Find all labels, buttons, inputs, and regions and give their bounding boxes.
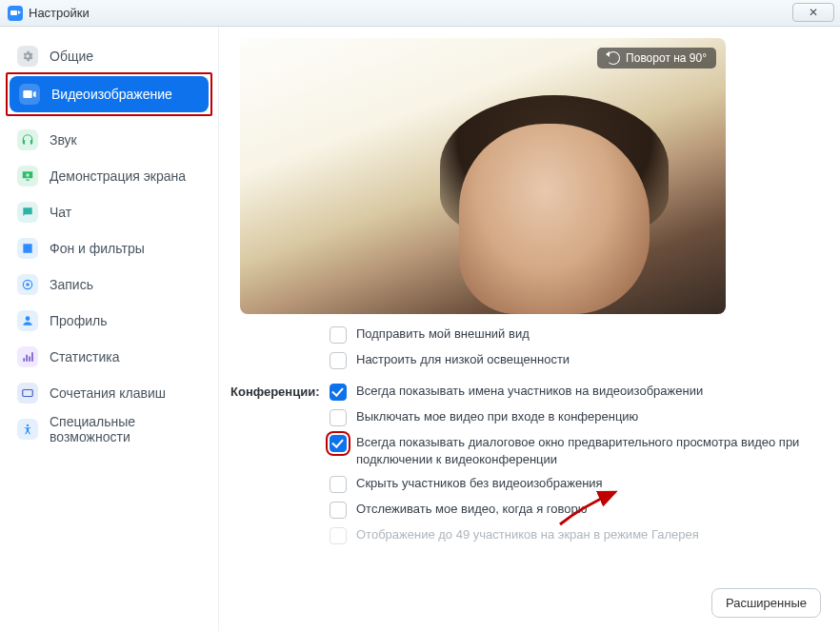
preview-figure bbox=[459, 124, 650, 314]
meetings-options: Конференции: Всегда показывать имена уча… bbox=[230, 383, 821, 544]
option-label: Настроить для низкой освещенности bbox=[356, 351, 570, 368]
svg-rect-3 bbox=[23, 390, 33, 397]
option-touch-up[interactable]: Подправить мой внешний вид bbox=[330, 325, 821, 344]
rotate-90-button[interactable]: Поворот на 90° bbox=[597, 48, 716, 69]
profile-icon bbox=[17, 310, 38, 331]
sidebar-item-profile[interactable]: Профиль bbox=[8, 303, 210, 339]
sidebar-item-chat[interactable]: Чат bbox=[8, 194, 210, 230]
svg-point-2 bbox=[26, 316, 30, 321]
option-spotlight[interactable]: Отслеживать мое видео, когда я говорю bbox=[330, 501, 821, 519]
option-label: Скрыть участников без видеоизображения bbox=[356, 475, 603, 492]
sidebar-item-accessibility[interactable]: Специальные возможности bbox=[8, 411, 210, 447]
sidebar-item-label: Сочетания клавиш bbox=[50, 385, 166, 401]
sidebar-item-audio[interactable]: Звук bbox=[8, 122, 210, 158]
keyboard-icon bbox=[17, 383, 38, 404]
record-icon bbox=[17, 274, 38, 295]
close-button[interactable]: ✕ bbox=[792, 3, 834, 22]
video-icon bbox=[19, 84, 40, 105]
gear-icon bbox=[17, 46, 38, 67]
svg-point-1 bbox=[26, 283, 30, 286]
option-turn-off-video[interactable]: Выключать мое видео при входе в конферен… bbox=[330, 408, 821, 426]
sidebar-item-shortcuts[interactable]: Сочетания клавиш bbox=[8, 375, 210, 411]
sidebar-item-label: Звук bbox=[50, 132, 77, 148]
svg-point-4 bbox=[27, 424, 29, 426]
sidebar-item-label: Профиль bbox=[50, 313, 107, 328]
checkbox[interactable] bbox=[330, 326, 347, 344]
video-preview: Поворот на 90° bbox=[240, 38, 726, 314]
content-pane: Поворот на 90° Подправить мой внешний ви… bbox=[219, 27, 840, 631]
option-show-names[interactable]: Всегда показывать имена участников на ви… bbox=[330, 383, 821, 401]
sidebar-item-statistics[interactable]: Статистика bbox=[8, 339, 210, 375]
zoom-app-icon bbox=[8, 6, 23, 21]
checkbox[interactable] bbox=[330, 409, 347, 426]
sidebar-item-general[interactable]: Общие bbox=[8, 38, 210, 74]
option-label: Подправить мой внешний вид bbox=[356, 325, 530, 343]
advanced-button[interactable]: Расширенные bbox=[711, 588, 821, 618]
screen-share-icon bbox=[17, 166, 38, 187]
accessibility-icon bbox=[17, 419, 38, 440]
window-body: Общие Видеоизображение Звук Демонстрация… bbox=[0, 27, 840, 631]
checkbox[interactable] bbox=[330, 352, 347, 369]
highlight-annotation: Видеоизображение bbox=[6, 72, 212, 116]
checkbox[interactable] bbox=[330, 384, 347, 401]
statistics-icon bbox=[17, 346, 38, 367]
options-column: Всегда показывать имена участников на ви… bbox=[330, 383, 821, 544]
option-hide-non-video[interactable]: Скрыть участников без видеоизображения bbox=[330, 475, 821, 493]
checkbox[interactable] bbox=[330, 476, 347, 493]
option-gallery-49: Отображение до 49 участников на экран в … bbox=[330, 526, 821, 544]
sidebar: Общие Видеоизображение Звук Демонстрация… bbox=[0, 27, 219, 631]
section-label-meetings: Конференции: bbox=[230, 383, 316, 544]
sidebar-item-label: Запись bbox=[50, 277, 93, 292]
my-video-options: Подправить мой внешний вид Настроить для… bbox=[230, 325, 821, 369]
option-preview-dialog[interactable]: Всегда показывать диалоговое окно предва… bbox=[330, 434, 821, 467]
options-column: Подправить мой внешний вид Настроить для… bbox=[330, 325, 821, 369]
sidebar-item-label: Общие bbox=[50, 49, 93, 64]
spacer bbox=[230, 325, 316, 369]
titlebar: Настройки ✕ bbox=[0, 0, 840, 27]
option-label: Отображение до 49 участников на экран в … bbox=[356, 526, 699, 543]
rotate-label: Поворот на 90° bbox=[626, 51, 707, 65]
option-label: Отслеживать мое видео, когда я говорю bbox=[356, 501, 588, 518]
sidebar-item-share-screen[interactable]: Демонстрация экрана bbox=[8, 158, 210, 194]
sidebar-item-label: Чат bbox=[50, 205, 71, 220]
sidebar-item-label: Фон и фильтры bbox=[50, 241, 145, 256]
option-label: Выключать мое видео при входе в конферен… bbox=[356, 408, 638, 425]
checkbox bbox=[330, 527, 347, 544]
sidebar-item-label: Видеоизображение bbox=[51, 87, 172, 102]
rotate-icon bbox=[607, 51, 620, 65]
sidebar-item-label: Специальные возможности bbox=[50, 414, 201, 444]
checkbox[interactable] bbox=[330, 435, 347, 452]
sidebar-item-background[interactable]: Фон и фильтры bbox=[8, 230, 210, 266]
checkbox[interactable] bbox=[330, 502, 347, 519]
sidebar-item-recording[interactable]: Запись bbox=[8, 266, 210, 303]
option-label: Всегда показывать имена участников на ви… bbox=[356, 383, 703, 400]
option-label: Всегда показывать диалоговое окно предва… bbox=[356, 434, 821, 467]
window-title: Настройки bbox=[29, 6, 90, 20]
background-icon bbox=[17, 238, 38, 259]
headphones-icon bbox=[17, 129, 38, 150]
option-low-light[interactable]: Настроить для низкой освещенности bbox=[330, 351, 821, 369]
chat-icon bbox=[17, 202, 38, 223]
sidebar-item-label: Статистика bbox=[50, 349, 120, 365]
sidebar-item-video[interactable]: Видеоизображение bbox=[10, 76, 209, 112]
sidebar-item-label: Демонстрация экрана bbox=[50, 168, 186, 184]
